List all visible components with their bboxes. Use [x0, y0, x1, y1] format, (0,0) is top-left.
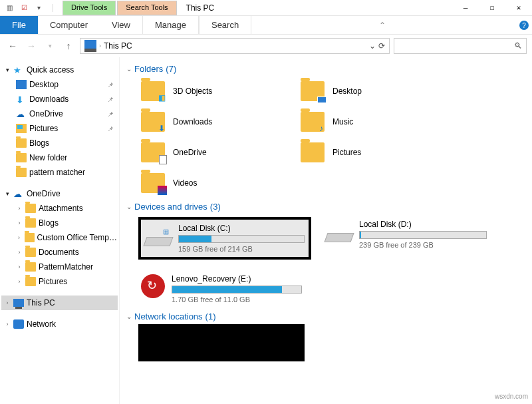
tree-item[interactable]: Desktop📌︎ — [1, 77, 118, 92]
ribbon-tab-search[interactable]: Search — [199, 16, 251, 34]
chevron-down-icon[interactable]: ⌄ — [126, 203, 132, 210]
search-icon: 🔍︎ — [514, 41, 522, 51]
pin-icon: 📌︎ — [107, 81, 118, 89]
ribbon-file-tab[interactable]: File — [0, 16, 38, 34]
this-pc-icon — [13, 299, 24, 307]
pin-icon: 📌︎ — [107, 110, 118, 118]
folder-icon — [16, 153, 27, 162]
drive-item[interactable]: ⊞Local Disk (C:)159 GB free of 214 GB — [138, 217, 311, 260]
onedrive-icon: ☁ — [13, 189, 24, 198]
tree-this-pc[interactable]: › This PC — [1, 296, 118, 310]
chevron-right-icon[interactable]: › — [16, 205, 23, 212]
title-bar: ▥ ☑ ▾ │ Drive Tools Search Tools This PC… — [0, 0, 532, 16]
folder-label: OneDrive — [173, 148, 207, 157]
qat-separator: │ — [48, 3, 59, 13]
folder-item[interactable]: OneDrive — [126, 138, 286, 167]
chevron-right-icon[interactable]: › — [4, 321, 11, 327]
forward-button[interactable]: → — [24, 39, 39, 53]
chevron-right-icon[interactable]: › — [16, 278, 23, 285]
folder-icon: ⬇ — [141, 112, 165, 132]
group-header-folders[interactable]: ⌄ Folders (7) — [126, 61, 532, 77]
search-box[interactable]: 🔍︎ — [394, 38, 527, 54]
drive-name: Local Disk (C:) — [178, 224, 305, 233]
ribbon-tab-manage[interactable]: Manage — [142, 16, 199, 34]
recent-dropdown[interactable]: ▾ — [43, 39, 57, 53]
tree-onedrive[interactable]: ▾ ☁ OneDrive — [1, 186, 118, 201]
qat-dropdown-icon[interactable]: ▾ — [33, 3, 44, 13]
tree-item[interactable]: ☁OneDrive📌︎ — [1, 106, 118, 121]
tree-item-label: Downloads — [29, 95, 68, 104]
chevron-right-icon[interactable]: › — [4, 300, 11, 306]
drive-free-text: 1.70 GB free of 11.0 GB — [172, 296, 302, 303]
chevron-right-icon[interactable]: › — [16, 264, 23, 270]
tree-item[interactable]: pattern matcher — [1, 165, 118, 180]
folder-item[interactable]: ⬇Downloads — [126, 107, 286, 136]
folder-icon: ♪ — [301, 112, 325, 132]
tree-item[interactable]: ›Documents — [1, 245, 118, 260]
folder-item[interactable]: Desktop — [286, 77, 446, 106]
folder-item[interactable]: ♪Music — [286, 107, 446, 136]
up-button[interactable]: ↑ — [61, 39, 76, 53]
drive-item[interactable]: Lenovo_Recovery (E:)1.70 GB free of 11.0… — [138, 272, 305, 306]
ribbon-tab-view[interactable]: View — [100, 16, 142, 34]
drive-name: Lenovo_Recovery (E:) — [172, 274, 302, 284]
address-text: This PC — [101, 41, 366, 51]
properties-icon[interactable]: ☑ — [19, 3, 29, 13]
chevron-right-icon[interactable]: › — [16, 249, 23, 256]
navigation-bar: ← → ▾ ↑ › This PC ⌄ ⟳ 🔍︎ — [0, 35, 532, 57]
tree-item-label: Blogs — [29, 138, 49, 148]
chevron-down-icon[interactable]: ▾ — [4, 67, 11, 73]
chevron-right-icon[interactable]: › — [16, 220, 23, 226]
downloads-icon: ⬇ — [16, 95, 27, 104]
tree-item[interactable]: ⬇Downloads📌︎ — [1, 92, 118, 106]
folder-label: 3D Objects — [173, 87, 212, 96]
minimize-button[interactable]: — — [452, 0, 479, 16]
chevron-down-icon[interactable]: ⌄ — [126, 65, 132, 73]
tree-item[interactable]: ›PatternMatcher — [1, 260, 118, 274]
tree-item-label: Custom Office Templates — [37, 233, 118, 242]
ribbon-tab-computer[interactable]: Computer — [38, 16, 100, 34]
chevron-down-icon[interactable]: ⌄ — [126, 313, 132, 320]
refresh-button[interactable]: ⟳ — [378, 41, 385, 51]
tree-item[interactable]: Pictures📌︎ — [1, 121, 118, 136]
address-dropdown-icon[interactable]: ⌄ — [369, 41, 376, 51]
tree-item[interactable]: ›Custom Office Templates — [1, 230, 118, 245]
folder-item[interactable]: Videos — [126, 168, 286, 198]
folder-item[interactable]: ◧3D Objects — [126, 77, 286, 106]
folder-icon — [16, 138, 27, 148]
close-button[interactable]: ✕ — [505, 0, 532, 16]
chevron-right-icon[interactable]: › — [16, 234, 22, 241]
drive-item[interactable]: Local Disk (D:)239 GB free of 239 GB — [323, 217, 489, 260]
drive-free-text: 159 GB free of 214 GB — [178, 245, 305, 253]
help-button[interactable]: ? — [516, 16, 532, 35]
group-header-network[interactable]: ⌄ Network locations (1) — [126, 309, 532, 324]
maximize-button[interactable]: ☐ — [479, 0, 505, 16]
tree-item-label: PatternMatcher — [39, 262, 93, 272]
folder-item[interactable]: Pictures — [286, 138, 446, 167]
drive-usage-bar — [359, 231, 487, 239]
this-pc-icon — [84, 40, 96, 52]
content-pane: ⌄ Folders (7) ◧3D ObjectsDesktop⬇Downloa… — [120, 57, 532, 404]
pin-icon: 📌︎ — [107, 125, 118, 132]
drive-name: Local Disk (D:) — [359, 220, 487, 229]
network-icon — [13, 319, 24, 329]
ribbon-collapse-button[interactable]: ⌃ — [374, 16, 390, 35]
folder-label: Videos — [173, 178, 197, 188]
tree-item[interactable]: New folder — [1, 150, 118, 165]
tree-quick-access[interactable]: ▾ ★ Quick access — [1, 63, 118, 77]
network-location-redacted[interactable] — [138, 324, 305, 361]
tree-item[interactable]: ›Pictures — [1, 274, 118, 289]
folder-icon — [301, 142, 325, 162]
address-bar[interactable]: › This PC ⌄ ⟳ — [80, 38, 390, 54]
chevron-down-icon[interactable]: ▾ — [4, 190, 11, 197]
folder-label: Pictures — [332, 148, 361, 157]
back-button[interactable]: ← — [5, 39, 20, 53]
tree-item-label: OneDrive — [29, 109, 63, 118]
navigation-pane: ▾ ★ Quick access Desktop📌︎⬇Downloads📌︎☁O… — [0, 57, 120, 404]
tree-item[interactable]: Blogs — [1, 136, 118, 150]
tree-item[interactable]: ›Blogs — [1, 216, 118, 230]
group-header-drives[interactable]: ⌄ Devices and drives (3) — [126, 199, 532, 214]
tree-network[interactable]: › Network — [1, 317, 118, 331]
tree-item[interactable]: ›Attachments — [1, 201, 118, 216]
folder-icon — [25, 233, 35, 242]
